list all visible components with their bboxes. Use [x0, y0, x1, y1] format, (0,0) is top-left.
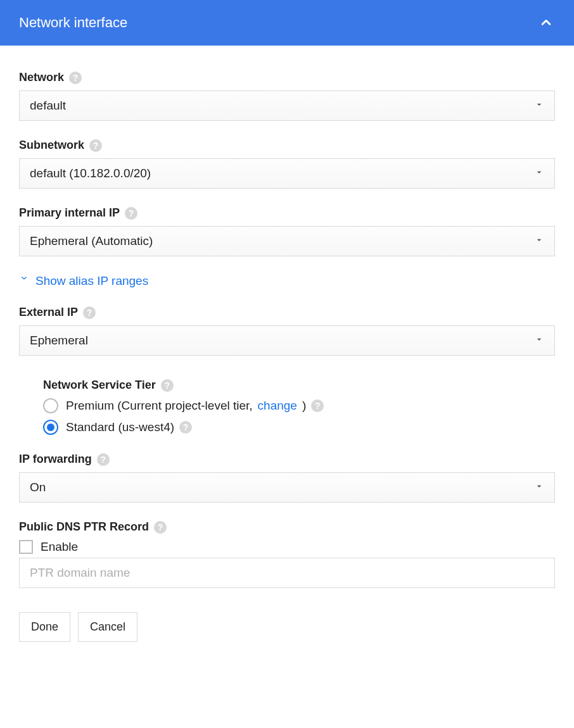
chevron-down-icon	[534, 99, 544, 113]
external-ip-select[interactable]: Ephemeral	[19, 325, 555, 356]
help-icon[interactable]: ?	[69, 72, 82, 84]
ip-forwarding-select[interactable]: On	[19, 472, 555, 503]
public-dns-ptr-field: Public DNS PTR Record ? Enable	[19, 520, 555, 588]
double-chevron-down-icon	[19, 274, 29, 288]
help-icon[interactable]: ?	[125, 207, 137, 220]
network-service-tier-label: Network Service Tier	[43, 379, 156, 392]
network-field: Network ? default	[19, 71, 555, 121]
tier-standard-row[interactable]: Standard (us-west4) ?	[43, 420, 555, 435]
panel-body: Network ? default Subnetwork ? default (…	[0, 46, 574, 667]
chevron-down-icon	[534, 234, 544, 248]
primary-internal-ip-field: Primary internal IP ? Ephemeral (Automat…	[19, 206, 555, 256]
external-ip-field: External IP ? Ephemeral	[19, 306, 555, 356]
subnetwork-select[interactable]: default (10.182.0.0/20)	[19, 158, 555, 189]
subnetwork-select-value: default (10.182.0.0/20)	[30, 166, 151, 180]
chevron-down-icon	[534, 480, 544, 494]
enable-ptr-row[interactable]: Enable	[19, 540, 555, 554]
network-select-value: default	[30, 99, 66, 113]
tier-premium-row[interactable]: Premium (Current project-level tier, cha…	[43, 398, 555, 413]
alias-link-text: Show alias IP ranges	[35, 274, 148, 288]
button-row: Done Cancel	[19, 612, 555, 642]
ip-forwarding-value: On	[30, 480, 46, 494]
primary-internal-ip-select[interactable]: Ephemeral (Automatic)	[19, 226, 555, 256]
enable-ptr-checkbox[interactable]	[19, 540, 33, 554]
radio-standard[interactable]	[43, 420, 58, 435]
primary-internal-ip-value: Ephemeral (Automatic)	[30, 234, 153, 248]
help-icon[interactable]: ?	[311, 399, 324, 412]
help-icon[interactable]: ?	[179, 421, 192, 434]
primary-internal-ip-label: Primary internal IP	[19, 206, 120, 220]
subnetwork-field: Subnetwork ? default (10.182.0.0/20)	[19, 139, 555, 189]
chevron-up-icon[interactable]	[537, 14, 555, 32]
help-icon[interactable]: ?	[97, 453, 110, 466]
external-ip-label: External IP	[19, 306, 78, 319]
ptr-domain-input[interactable]	[19, 558, 555, 588]
ip-forwarding-label: IP forwarding	[19, 453, 92, 466]
help-icon[interactable]: ?	[154, 521, 167, 534]
help-icon[interactable]: ?	[83, 306, 96, 319]
public-dns-ptr-label: Public DNS PTR Record	[19, 520, 149, 534]
cancel-button[interactable]: Cancel	[78, 612, 137, 642]
tier-premium-label: Premium (Current project-level tier, cha…	[66, 399, 324, 413]
chevron-down-icon	[534, 166, 544, 180]
done-button[interactable]: Done	[19, 612, 70, 642]
panel-header: Network interface	[0, 0, 574, 46]
show-alias-ip-ranges-link[interactable]: Show alias IP ranges	[19, 274, 555, 288]
network-label: Network	[19, 71, 64, 84]
panel-title: Network interface	[19, 15, 127, 31]
network-select[interactable]: default	[19, 91, 555, 121]
ip-forwarding-field: IP forwarding ? On	[19, 453, 555, 503]
network-service-tier-section: Network Service Tier ? Premium (Current …	[19, 379, 555, 435]
enable-ptr-label: Enable	[41, 540, 78, 554]
radio-premium[interactable]	[43, 398, 58, 413]
change-tier-link[interactable]: change	[258, 399, 297, 413]
tier-standard-label: Standard (us-west4) ?	[66, 420, 192, 434]
help-icon[interactable]: ?	[161, 379, 174, 392]
external-ip-value: Ephemeral	[30, 334, 88, 348]
subnetwork-label: Subnetwork	[19, 139, 84, 152]
chevron-down-icon	[534, 334, 544, 348]
help-icon[interactable]: ?	[89, 139, 102, 152]
